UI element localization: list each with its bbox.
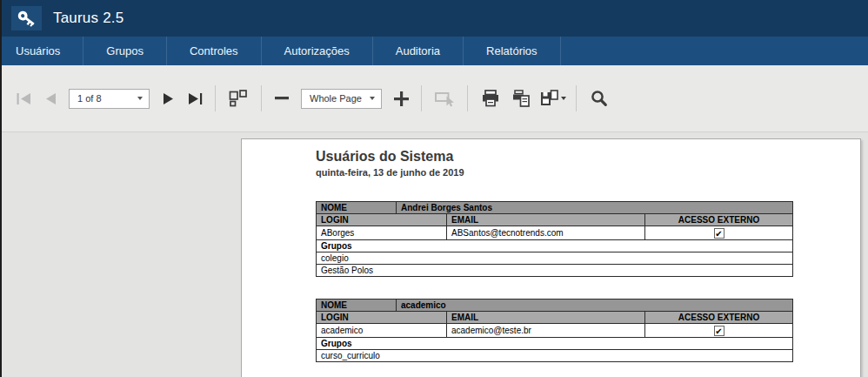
multipage-view-button[interactable] — [223, 84, 254, 113]
last-page-button[interactable] — [182, 84, 208, 113]
acesso-externo-checkbox — [714, 326, 724, 336]
chevron-down-icon — [137, 97, 143, 100]
print-button[interactable] — [475, 84, 506, 113]
enable-selection-button[interactable] — [429, 84, 460, 113]
first-page-button[interactable] — [10, 84, 37, 113]
search-button[interactable] — [584, 84, 615, 113]
login-header-cell: LOGIN — [317, 214, 447, 226]
export-save-icon — [540, 90, 558, 107]
toolbar-separator — [215, 85, 216, 111]
export-button[interactable] — [537, 84, 569, 113]
nome-label-cell: NOME — [317, 300, 397, 312]
nav-item-autorizacoes[interactable]: Autorizações — [262, 37, 373, 65]
next-page-button[interactable] — [156, 84, 182, 113]
login-value-cell: ABorges — [317, 226, 447, 240]
print-layout-button[interactable] — [506, 84, 537, 113]
nome-label-cell: NOME — [317, 202, 397, 214]
toolbar-separator — [261, 85, 262, 111]
previous-page-icon — [43, 93, 57, 104]
login-value-cell: academico — [317, 324, 447, 338]
email-header-cell: EMAIL — [447, 312, 645, 324]
chevron-down-icon — [370, 97, 375, 100]
key-icon — [16, 8, 37, 30]
document-area: Usuários do Sistema quinta-feira, 13 de … — [0, 133, 868, 377]
nome-value-cell: Andrei Borges Santos — [397, 202, 793, 214]
grupos-label-cell: Grupos — [317, 240, 793, 252]
page-selector-value: 1 of 8 — [77, 93, 137, 104]
toolbar-separator — [421, 85, 422, 111]
acesso-externo-header-cell: ACESSO EXTERNO — [645, 312, 793, 324]
print-layout-icon — [512, 90, 531, 107]
nome-value-cell: academico — [397, 300, 793, 312]
acesso-externo-header-cell: ACESSO EXTERNO — [645, 214, 793, 226]
grupo-value-cell: colegio — [317, 252, 793, 265]
page-selector[interactable]: 1 of 8 — [69, 89, 150, 109]
previous-page-button[interactable] — [37, 84, 63, 113]
nav-item-usuarios[interactable]: Usuários — [0, 37, 83, 65]
toolbar-separator — [467, 85, 468, 111]
nav-item-relatorios[interactable]: Relatórios — [464, 37, 561, 65]
printer-icon — [481, 90, 500, 107]
report-date: quinta-feira, 13 de junho de 2019 — [316, 167, 792, 178]
user-table: NOME academico LOGIN EMAIL ACESSO EXTERN… — [316, 299, 793, 362]
last-page-icon — [188, 93, 203, 104]
grupos-label-cell: Grupos — [317, 338, 793, 350]
email-value-cell: academico@teste.br — [447, 324, 645, 338]
app-header: Taurus 2.5 — [0, 0, 868, 37]
chevron-down-icon — [561, 97, 566, 100]
report-page: Usuários do Sistema quinta-feira, 13 de … — [241, 138, 861, 377]
selection-cursor-icon — [435, 91, 455, 107]
zoom-selector[interactable]: Whole Page — [301, 89, 382, 109]
multipage-icon — [229, 90, 248, 107]
report-toolbar: 1 of 8 Whole Page — [0, 65, 868, 132]
minus-icon — [275, 97, 289, 100]
user-table: NOME Andrei Borges Santos LOGIN EMAIL AC… — [316, 201, 793, 277]
app-logo-tile[interactable] — [11, 6, 42, 30]
nav-item-controles[interactable]: Controles — [167, 37, 262, 65]
report-content: Usuários do Sistema quinta-feira, 13 de … — [316, 148, 792, 362]
grupo-value-cell: curso_curriculo — [317, 350, 793, 362]
login-header-cell: LOGIN — [317, 312, 447, 324]
zoom-selector-value: Whole Page — [310, 93, 370, 104]
acesso-externo-checkbox — [714, 228, 724, 239]
report-title: Usuários do Sistema — [316, 148, 792, 165]
zoom-in-button[interactable] — [388, 84, 414, 113]
app-title: Taurus 2.5 — [53, 10, 124, 27]
magnifier-icon — [591, 90, 608, 107]
window-left-edge — [0, 0, 2, 377]
next-page-icon — [163, 93, 176, 104]
plus-icon — [394, 91, 409, 106]
nav-item-auditoria[interactable]: Auditoria — [373, 37, 464, 65]
zoom-out-button[interactable] — [269, 84, 295, 113]
first-page-icon — [17, 93, 31, 104]
email-header-cell: EMAIL — [447, 214, 645, 226]
toolbar-separator — [576, 85, 577, 111]
grupo-value-cell: Gestão Polos — [317, 265, 793, 277]
nav-item-grupos[interactable]: Grupos — [83, 37, 167, 65]
main-nav: Usuários Grupos Controles Autorizações A… — [0, 37, 868, 65]
email-value-cell: ABSantos@tecnotrends.com — [447, 226, 645, 240]
